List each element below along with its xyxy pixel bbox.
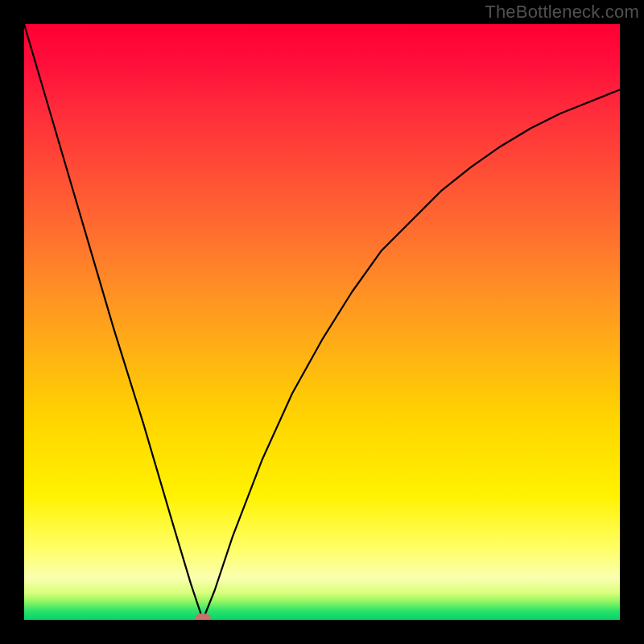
watermark-text: TheBottleneck.com bbox=[485, 2, 639, 23]
curve-svg bbox=[24, 24, 620, 620]
chart-frame: TheBottleneck.com bbox=[0, 0, 644, 644]
min-marker bbox=[195, 613, 211, 620]
bottleneck-curve bbox=[24, 24, 620, 620]
plot-area bbox=[24, 24, 620, 620]
